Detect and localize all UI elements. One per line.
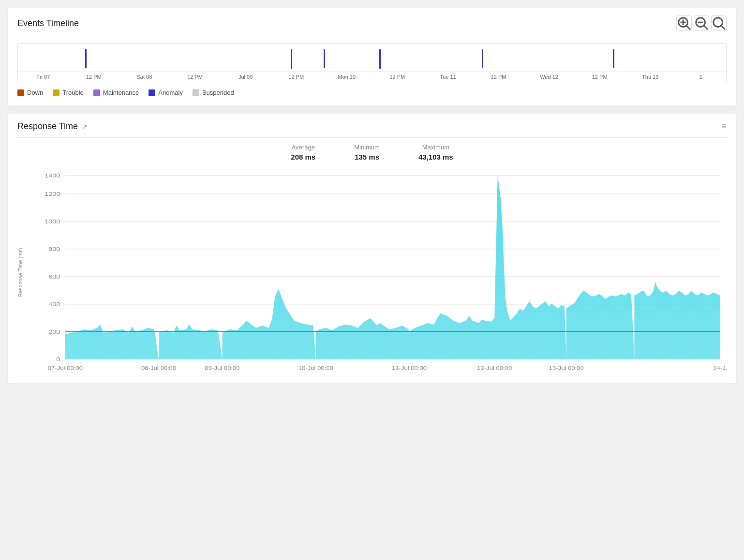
- zoom-in-button[interactable]: [676, 15, 692, 31]
- maintenance-swatch: [93, 89, 100, 96]
- stats-row: Average 208 ms Minimum 135 ms Maximum 43…: [17, 144, 727, 161]
- timeline-container: Fri 07 12 PM Sat 08 12 PM Jul 09 12 PM M…: [17, 43, 727, 82]
- axis-label-12: Thu 13: [625, 74, 676, 80]
- anomaly-label: Anomaly: [158, 89, 183, 96]
- timeline-toolbar: [676, 15, 727, 31]
- svg-text:09-Jul 00:00: 09-Jul 00:00: [205, 366, 240, 371]
- average-label: Average: [291, 144, 315, 151]
- axis-label-8: Tue 11: [423, 74, 474, 80]
- response-time-header: Response Time ↗ ≡: [17, 121, 727, 132]
- axis-label-13: 1: [676, 74, 727, 80]
- svg-text:08-Jul 00:00: 08-Jul 00:00: [141, 366, 177, 371]
- stat-average: Average 208 ms: [291, 144, 315, 161]
- trouble-label: Trouble: [62, 89, 84, 96]
- svg-text:400: 400: [48, 301, 60, 308]
- svg-text:12-Jul 00:00: 12-Jul 00:00: [477, 366, 512, 371]
- chart-svg-container: 0 200 400 600 800 1000 1200 1400: [27, 171, 727, 374]
- zoom-out-button[interactable]: [694, 15, 709, 31]
- axis-label-4: Jul 09: [220, 74, 271, 80]
- svg-text:1200: 1200: [45, 191, 60, 197]
- response-time-chart: 0 200 400 600 800 1000 1200 1400: [27, 171, 727, 374]
- header-divider: [17, 37, 727, 37]
- external-link-icon[interactable]: ↗: [82, 123, 88, 131]
- svg-text:14-J.: 14-J.: [713, 366, 727, 371]
- svg-text:10-Jul 00:00: 10-Jul 00:00: [298, 366, 334, 371]
- response-time-panel: Response Time ↗ ≡ Average 208 ms Minimum…: [8, 114, 736, 383]
- svg-text:600: 600: [48, 274, 60, 280]
- timeline-axis: Fri 07 12 PM Sat 08 12 PM Jul 09 12 PM M…: [18, 72, 726, 82]
- stat-minimum: Minimum 135 ms: [354, 144, 380, 161]
- timeline-legend: Down Trouble Maintenance Anomaly Suspend…: [17, 89, 727, 96]
- events-timeline-panel: Events Timeline Fri 07 12 PM: [8, 8, 736, 106]
- events-timeline-header: Events Timeline: [17, 15, 727, 31]
- maintenance-label: Maintenance: [103, 89, 139, 96]
- axis-label-6: Mon 10: [321, 74, 372, 80]
- timeline-bar-5: [482, 49, 483, 68]
- legend-down: Down: [17, 89, 43, 96]
- search-button[interactable]: [711, 15, 727, 31]
- maximum-value: 43,103 ms: [418, 153, 453, 161]
- average-value: 208 ms: [291, 153, 315, 161]
- axis-label-0: Fri 07: [18, 74, 69, 80]
- axis-label-1: 12 PM: [69, 74, 119, 80]
- svg-line-1: [687, 26, 691, 30]
- svg-text:07-Jul 00:00: 07-Jul 00:00: [48, 366, 83, 371]
- legend-anomaly: Anomaly: [149, 89, 183, 96]
- minimum-value: 135 ms: [354, 153, 380, 161]
- suspended-label: Suspended: [202, 89, 234, 96]
- timeline-bar-6: [613, 49, 614, 68]
- timeline-bar-2: [291, 49, 292, 69]
- svg-text:0: 0: [56, 356, 60, 363]
- chart-inner: 0 200 400 600 800 1000 1200 1400: [27, 171, 727, 374]
- response-time-title: Response Time: [17, 121, 78, 132]
- svg-text:1000: 1000: [45, 219, 60, 225]
- legend-maintenance: Maintenance: [93, 89, 139, 96]
- stat-maximum: Maximum 43,103 ms: [418, 144, 453, 161]
- menu-icon[interactable]: ≡: [721, 121, 727, 132]
- response-time-title-group: Response Time ↗: [17, 121, 88, 132]
- axis-label-9: 12 PM: [473, 74, 524, 80]
- axis-label-3: 12 PM: [170, 74, 221, 80]
- rt-divider: [17, 137, 727, 138]
- timeline-bar-3: [324, 49, 325, 68]
- down-swatch: [17, 89, 24, 96]
- axis-label-2: Sat 08: [119, 74, 170, 80]
- minimum-label: Minimum: [354, 144, 380, 151]
- timeline-bar-1: [85, 49, 87, 68]
- svg-text:1400: 1400: [45, 173, 60, 179]
- svg-point-7: [714, 18, 723, 27]
- axis-label-5: 12 PM: [271, 74, 322, 80]
- anomaly-swatch: [149, 89, 155, 96]
- down-label: Down: [27, 89, 43, 96]
- axis-label-7: 12 PM: [372, 74, 423, 80]
- svg-text:11-Jul 00:00: 11-Jul 00:00: [392, 366, 427, 371]
- y-axis-label: Response Time (ms): [17, 171, 23, 374]
- svg-text:13-Jul 00:00: 13-Jul 00:00: [549, 366, 584, 371]
- axis-label-11: 12 PM: [574, 74, 625, 80]
- svg-line-5: [704, 26, 708, 30]
- svg-text:200: 200: [48, 329, 60, 335]
- timeline-bars: [18, 47, 726, 72]
- svg-line-8: [722, 26, 726, 30]
- timeline-bar-4: [379, 49, 381, 69]
- trouble-swatch: [53, 89, 60, 96]
- legend-suspended: Suspended: [193, 89, 234, 96]
- axis-label-10: Wed 12: [524, 74, 575, 80]
- events-timeline-title: Events Timeline: [17, 18, 79, 29]
- suspended-swatch: [193, 89, 199, 96]
- svg-text:800: 800: [48, 246, 60, 252]
- legend-trouble: Trouble: [53, 89, 84, 96]
- chart-wrapper: Response Time (ms): [17, 171, 727, 374]
- maximum-label: Maximum: [418, 144, 453, 151]
